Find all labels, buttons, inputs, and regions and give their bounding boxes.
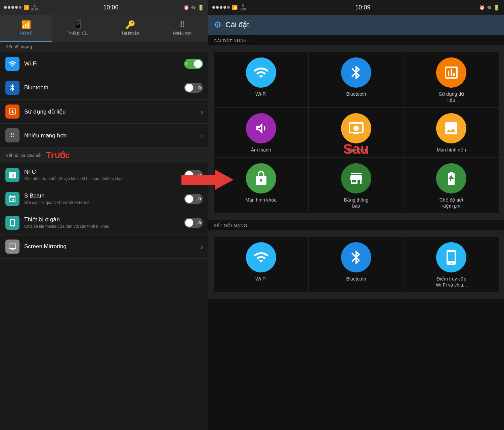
quick-battery-save[interactable]: Chế độ tiết kiệm pin xyxy=(404,158,499,213)
network-bt-circle xyxy=(341,242,371,272)
quick-notification[interactable]: Bảng thông báo xyxy=(309,158,403,213)
nearby-devices-item[interactable]: Thiết bị ở gần Chia sẻ file media của bạ… xyxy=(0,211,208,235)
tab-bar: 📶 Kết nối 📱 Thiết bị củ... 🔑 Tài khoản ⠿… xyxy=(0,15,208,42)
rdot5 xyxy=(227,6,230,9)
data-usage-chevron: › xyxy=(201,108,203,116)
gear-icon: ⚙ xyxy=(214,20,221,30)
network-wifi-circle xyxy=(246,242,276,272)
network-wifi[interactable]: Wi-Fi xyxy=(214,237,308,292)
more-networks-item[interactable]: ⠿ Nhiều mạng hơn › xyxy=(0,124,208,147)
wifi-icon xyxy=(5,57,19,71)
quick-bluetooth[interactable]: Bluetooth xyxy=(309,52,403,107)
nearby-devices-subtitle: Chia sẻ file media của bạn với các thiết… xyxy=(24,224,184,229)
label-sau: Sau xyxy=(343,141,369,157)
wifi-toggle[interactable]: I xyxy=(184,59,203,69)
quick-bt-circle xyxy=(341,57,371,88)
tab-device-label: Thiết bị củ... xyxy=(67,31,89,36)
sbeam-text: S Beam Gửi các file qua NFC và Wi-Fi Dir… xyxy=(24,192,184,206)
right-wifi-icon: 📶 xyxy=(232,5,238,10)
status-left: 📶 1 KB/s xyxy=(4,4,38,11)
quick-wallpaper[interactable]: Màn hình nền xyxy=(404,108,499,157)
more-icon: ⠿ xyxy=(5,128,19,142)
quick-wifi-circle xyxy=(246,57,276,88)
quick-section-header: CÀI ĐẶT NHANH xyxy=(208,35,504,45)
tab-account-label: Tài khoản xyxy=(121,31,139,36)
section-share-header: Kết nối và chia sẻ xyxy=(5,153,41,158)
quick-data-label: Sử dụng dữ liệu xyxy=(439,91,464,103)
sbeam-toggle[interactable]: O xyxy=(184,194,203,204)
quick-wifi[interactable]: Wi-Fi xyxy=(214,52,308,107)
nfc-item[interactable]: NFC Cho phép trao đổi dữ liệu khi thiết … xyxy=(0,163,208,187)
screen-mirroring-title: Screen Mirroring xyxy=(24,243,201,250)
bluetooth-toggle[interactable]: O xyxy=(184,83,203,93)
screen-mirroring-chevron: › xyxy=(201,243,203,251)
status-right: ⏰ 49 🔋 xyxy=(183,4,204,11)
arrow-graphic xyxy=(181,168,235,191)
data-usage-text: Sử dụng dữ liệu xyxy=(24,108,201,115)
quick-display-circle xyxy=(341,113,371,143)
nearby-toggle[interactable]: O xyxy=(184,218,203,228)
quick-sound[interactable]: Âm thanh xyxy=(214,108,308,157)
alarm-icon: ⏰ xyxy=(183,5,189,10)
quick-notif-label: Bảng thông báo xyxy=(344,197,369,209)
quick-battery-label: Chế độ tiết kiệm pin xyxy=(439,197,463,209)
sbeam-subtitle: Gửi các file qua NFC và Wi-Fi Direct. xyxy=(24,200,184,206)
right-header: ⚙ Cài đặt xyxy=(208,15,504,35)
sbeam-item[interactable]: S Beam Gửi các file qua NFC và Wi-Fi Dir… xyxy=(0,187,208,211)
right-status-bar: 📶 0 KB/s 10:09 ⏰ 49 🔋 xyxy=(208,0,504,15)
battery-icon: 🔋 xyxy=(198,4,204,11)
more-networks-title: Nhiều mạng hơn xyxy=(24,132,201,139)
dot2 xyxy=(8,6,10,9)
tab-more-icon: ⠿ xyxy=(179,20,185,30)
wifi-status-icon: 📶 xyxy=(24,5,29,10)
tab-device[interactable]: 📱 Thiết bị củ... xyxy=(52,15,104,42)
quick-bt-label: Bluetooth xyxy=(346,91,366,97)
nfc-text: NFC Cho phép trao đổi dữ liệu khi thiết … xyxy=(24,169,184,182)
wifi-title: Wi-Fi xyxy=(24,60,184,67)
quick-battery-circle xyxy=(436,163,466,194)
nearby-toggle-knob xyxy=(185,219,193,227)
nfc-subtitle: Cho phép trao đổi dữ liệu khi thiết bị c… xyxy=(24,176,184,182)
quick-lock-label: Màn hình khóa xyxy=(245,197,277,203)
bluetooth-item[interactable]: Bluetooth O xyxy=(0,76,208,100)
nfc-icon xyxy=(5,168,19,182)
data-usage-item[interactable]: Sử dụng dữ liệu › xyxy=(0,100,208,124)
section-share-header-row: Kết nối và chia sẻ Trước xyxy=(0,147,208,163)
quick-settings-grid: Wi-Fi Bluetooth Sử dụng dữ liệu xyxy=(208,45,504,220)
sbeam-toggle-knob xyxy=(185,195,193,203)
tab-connect-icon: 📶 xyxy=(21,20,31,30)
right-battery-percent: 49 xyxy=(487,5,491,10)
tab-connect-label: Kết nối xyxy=(19,31,32,36)
red-arrow-svg xyxy=(181,168,235,191)
left-panel: 📶 1 KB/s 10:06 ⏰ 49 🔋 📶 Kết nối 📱 Thiết … xyxy=(0,0,208,430)
right-title: Cài đặt xyxy=(225,20,249,29)
network-section-header: KẾT NỐI MẠNG xyxy=(208,220,504,230)
right-battery-icon: 🔋 xyxy=(493,4,500,11)
nearby-devices-title: Thiết bị ở gần xyxy=(24,216,184,223)
dot1 xyxy=(4,6,7,9)
quick-data-usage[interactable]: Sử dụng dữ liệu xyxy=(404,52,499,107)
rdot3 xyxy=(220,6,222,9)
tab-account[interactable]: 🔑 Tài khoản xyxy=(104,15,156,42)
label-truoc: Trước xyxy=(46,150,70,161)
left-time: 10:06 xyxy=(103,4,118,11)
right-status-left: 📶 0 KB/s xyxy=(212,4,247,11)
bluetooth-icon xyxy=(5,81,19,95)
screen-mirroring-item[interactable]: Screen Mirroring › xyxy=(0,235,208,259)
tab-connect[interactable]: 📶 Kết nối xyxy=(0,15,52,42)
bluetooth-toggle-knob xyxy=(185,84,193,92)
network-wifi-label: Wi-Fi xyxy=(255,276,266,282)
network-hotspot[interactable]: Điểm truy cập Wi-Fi và chia... xyxy=(404,237,499,292)
wifi-text: Wi-Fi xyxy=(24,60,184,67)
sbeam-title: S Beam xyxy=(24,192,184,199)
tab-more[interactable]: ⠿ Nhiều hơn xyxy=(156,15,208,42)
left-status-bar: 📶 1 KB/s 10:06 ⏰ 49 🔋 xyxy=(0,0,208,15)
wifi-item[interactable]: Wi-Fi I xyxy=(0,52,208,76)
right-time: 10:09 xyxy=(355,4,370,11)
nearby-icon xyxy=(5,216,19,230)
svg-marker-0 xyxy=(181,170,234,190)
nearby-devices-text: Thiết bị ở gần Chia sẻ file media của bạ… xyxy=(24,216,184,229)
right-status-right: ⏰ 49 🔋 xyxy=(479,4,500,11)
right-signal-dots xyxy=(212,6,230,9)
network-bluetooth[interactable]: Bluetooth xyxy=(309,237,403,292)
